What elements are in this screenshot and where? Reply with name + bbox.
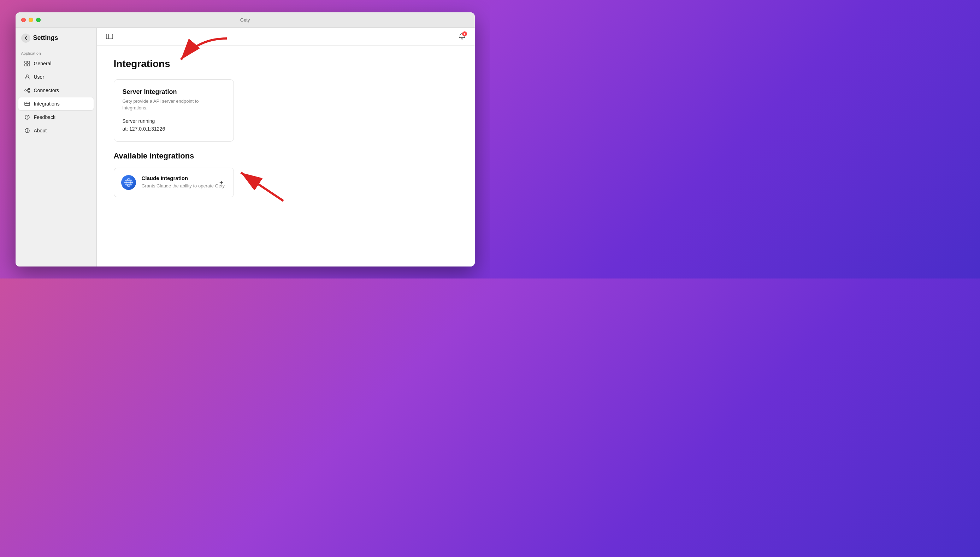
- sidebar-item-label-about: About: [34, 128, 47, 134]
- svg-rect-3: [28, 64, 30, 66]
- server-card-description: Gety provide a API server endpoint to in…: [122, 98, 225, 112]
- notification-badge: 1: [462, 31, 467, 36]
- notification-button[interactable]: 1: [456, 31, 468, 42]
- server-card-title: Server Integration: [122, 88, 225, 96]
- integrations-icon: [24, 101, 30, 107]
- available-integrations-title: Available integrations: [114, 151, 458, 161]
- arrow-annotation-add: [227, 166, 297, 208]
- sidebar: Settings Application General: [16, 28, 97, 267]
- svg-rect-2: [25, 64, 27, 66]
- sidebar-item-label-integrations: Integrations: [34, 101, 60, 107]
- svg-rect-1: [28, 61, 30, 63]
- claude-integration-icon: [121, 175, 136, 190]
- claude-integration-name: Claude Integration: [142, 175, 227, 181]
- sidebar-toggle-button[interactable]: [104, 31, 115, 42]
- svg-point-4: [26, 75, 28, 77]
- close-button[interactable]: [21, 18, 26, 22]
- connectors-icon: [24, 87, 30, 94]
- sidebar-item-label-connectors: Connectors: [34, 88, 59, 93]
- maximize-button[interactable]: [36, 18, 41, 22]
- titlebar: Gety: [16, 12, 475, 28]
- server-integration-card: Server Integration Gety provide a API se…: [114, 80, 234, 142]
- claude-integration-card: Claude Integration Grants Claude the abi…: [114, 168, 234, 197]
- app-window: Gety Settings Application: [16, 12, 475, 267]
- page-content: Integrations Server Integration Gety pro…: [97, 46, 475, 267]
- claude-integration-desc: Grants Claude the ability to operate Get…: [142, 182, 227, 189]
- sidebar-item-feedback[interactable]: Feedback: [18, 111, 94, 124]
- claude-integration-info: Claude Integration Grants Claude the abi…: [142, 175, 227, 189]
- svg-rect-0: [25, 61, 27, 63]
- content-area: 1 Integrations Server Integration Gety p…: [97, 28, 475, 267]
- sidebar-item-label-feedback: Feedback: [34, 114, 56, 120]
- feedback-icon: [24, 114, 30, 121]
- sidebar-item-label-user: User: [34, 74, 44, 80]
- server-status-line2: at: 127.0.0.1:31226: [122, 126, 165, 132]
- server-status-line1: Server running: [122, 118, 155, 124]
- back-button[interactable]: [21, 34, 30, 43]
- topbar: 1: [97, 28, 475, 46]
- server-card-status: Server running at: 127.0.0.1:31226: [122, 117, 225, 133]
- svg-point-12: [27, 129, 28, 130]
- sidebar-item-label-general: General: [34, 61, 52, 66]
- add-claude-integration-button[interactable]: +: [217, 178, 227, 187]
- sidebar-item-integrations[interactable]: Integrations: [18, 98, 94, 110]
- sidebar-item-connectors[interactable]: Connectors: [18, 84, 94, 97]
- sidebar-item-user[interactable]: User: [18, 71, 94, 83]
- window-title: Gety: [240, 17, 250, 23]
- grid-icon: [24, 60, 30, 67]
- sidebar-header: Settings: [16, 34, 96, 48]
- main-body: Settings Application General: [16, 28, 475, 267]
- info-icon: [24, 127, 30, 134]
- sidebar-section-label: Application: [16, 48, 96, 57]
- svg-rect-8: [25, 102, 30, 106]
- svg-rect-13: [106, 34, 113, 39]
- svg-point-6: [28, 88, 30, 90]
- traffic-lights: [21, 18, 41, 22]
- minimize-button[interactable]: [29, 18, 33, 22]
- page-title: Integrations: [114, 58, 458, 70]
- sidebar-item-about[interactable]: About: [18, 124, 94, 137]
- svg-point-7: [28, 91, 30, 93]
- sidebar-item-general[interactable]: General: [18, 57, 94, 70]
- sidebar-title: Settings: [33, 34, 58, 42]
- user-icon: [24, 74, 30, 80]
- svg-point-10: [27, 118, 28, 119]
